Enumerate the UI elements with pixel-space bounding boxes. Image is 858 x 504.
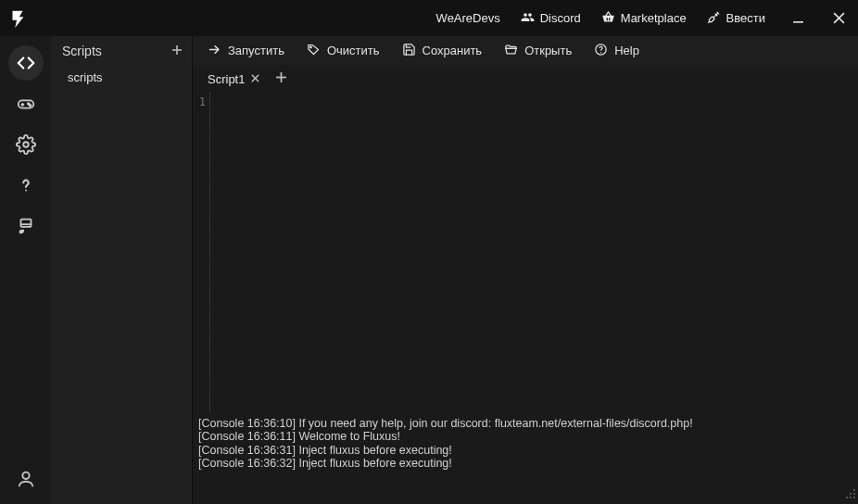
tab-add-button[interactable] [275,71,287,86]
console-line: [Console 16:36:32] Inject fluxus before … [198,457,854,470]
svg-point-18 [600,52,601,53]
console-line: [Console 16:36:31] Inject fluxus before … [198,444,854,457]
tree-item[interactable]: scripts [51,67,192,88]
discord-link[interactable]: Discord [515,10,587,27]
wearedevs-link[interactable]: WeAreDevs [431,11,506,25]
console-output: [Console 16:36:10] If you need any help,… [193,411,858,504]
script-tree: Scripts scripts [51,36,193,504]
console-line: [Console 16:36:11] Welcome to Fluxus! [198,430,854,443]
svg-point-12 [22,472,29,479]
svg-point-28 [846,497,848,498]
people-icon [521,10,535,27]
app-logo [7,8,28,29]
clear-label: Очистить [327,44,380,57]
minimize-button[interactable] [784,5,812,32]
resize-grip[interactable] [845,488,856,502]
tag-icon [307,43,321,59]
tab-script1[interactable]: Script1 [202,72,266,86]
arrow-right-icon [208,43,221,59]
tree-header: Scripts [51,36,192,65]
line-number: 1 [193,95,206,108]
folder-icon [504,43,518,59]
tree-item-label: scripts [68,70,103,84]
svg-point-7 [29,105,31,107]
rail-help[interactable] [8,168,44,203]
rail-code[interactable] [8,45,44,81]
console-line: [Console 16:36:10] If you need any help,… [198,417,854,430]
inject-link[interactable]: Ввести [701,10,771,27]
rail-settings[interactable] [8,127,44,162]
save-button[interactable]: Сохранить [397,43,488,59]
open-label: Открыть [524,44,572,57]
help-icon [594,43,608,59]
svg-point-26 [850,493,852,495]
inject-label: Ввести [726,11,765,25]
help-label: Help [614,44,639,57]
discord-label: Discord [540,11,581,25]
close-button[interactable] [825,5,852,32]
svg-point-23 [853,489,855,491]
tree-add-button[interactable] [171,44,183,58]
tree-title: Scripts [62,44,102,58]
rail-gamepad[interactable] [8,86,44,121]
titlebar: WeAreDevs Discord Marketplace Ввести [0,0,858,36]
code-body[interactable] [209,93,858,411]
help-button[interactable]: Help [588,43,645,59]
run-button[interactable]: Запустить [202,43,290,59]
wearedevs-label: WeAreDevs [436,11,500,25]
tab-label: Script1 [208,72,245,86]
syringe-icon [707,10,721,27]
svg-point-8 [23,142,29,147]
clear-button[interactable]: Очистить [301,43,385,59]
save-icon [402,43,416,59]
svg-point-9 [25,190,27,192]
line-gutter: 1 [193,93,206,411]
open-button[interactable]: Открыть [498,43,577,59]
marketplace-label: Marketplace [621,11,687,25]
editor-area: Запустить Очистить Сохранить Открыть Hel… [193,36,858,504]
editor-tabs: Script1 [193,65,858,93]
svg-point-25 [853,497,855,498]
svg-point-27 [850,497,852,498]
tab-close-icon[interactable] [250,72,260,86]
side-rail [0,36,51,504]
run-label: Запустить [228,44,284,57]
titlebar-actions: WeAreDevs Discord Marketplace Ввести [431,5,852,32]
svg-rect-10 [20,220,31,227]
rail-account[interactable] [8,461,44,497]
rail-brush[interactable] [8,208,44,244]
marketplace-link[interactable]: Marketplace [596,10,692,27]
svg-point-24 [853,493,855,495]
svg-point-16 [310,46,312,48]
toolbar: Запустить Очистить Сохранить Открыть Hel… [193,36,858,65]
code-editor[interactable]: 1 [193,93,858,411]
basket-icon [601,10,615,27]
save-label: Сохранить [423,44,483,57]
